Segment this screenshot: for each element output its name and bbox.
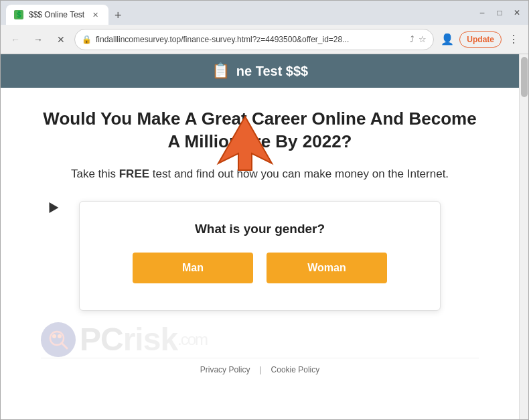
maximize-button[interactable]: □ <box>494 7 506 19</box>
minimize-button[interactable]: – <box>476 7 488 19</box>
site-icon: 📋 <box>212 62 230 80</box>
svg-line-2 <box>62 343 67 348</box>
gender-buttons: Man Woman <box>106 253 413 283</box>
site-title: ne Test $$$ <box>236 64 308 79</box>
svg-point-3 <box>52 334 56 338</box>
update-button[interactable]: Update <box>459 31 502 48</box>
site-header: 📋 ne Test $$$ <box>1 54 519 88</box>
close-window-button[interactable]: ✕ <box>511 7 523 19</box>
tab-close-button[interactable]: ✕ <box>90 9 100 20</box>
page-content: 📋 ne Test $$$ Would You Make A Great Car… <box>1 54 519 419</box>
toolbar: ← → ✕ 🔒 findalllincomesurvey.top/finance… <box>1 25 528 54</box>
free-text: FREE <box>119 167 149 180</box>
survey-card: What is your gender? Man Woman <box>79 201 441 311</box>
address-text: findalllincomesurvey.top/finance-survey.… <box>96 35 406 44</box>
site-footer: Privacy Policy | Cookie Policy <box>41 358 479 381</box>
pcrisk-logo: PC risk .com <box>41 321 207 358</box>
menu-button[interactable]: ⋮ <box>504 30 523 49</box>
orange-arrow-icon <box>215 113 275 173</box>
svg-point-4 <box>58 334 62 338</box>
back-button[interactable]: ← <box>6 30 25 49</box>
man-button[interactable]: Man <box>133 253 253 283</box>
footer-divider: | <box>259 365 261 374</box>
user-icon[interactable]: 👤 <box>438 30 457 49</box>
pcrisk-icon <box>41 322 76 357</box>
lock-icon: 🔒 <box>82 35 92 44</box>
tab-strip: 💲 $$$ Online Test ✕ + <box>6 1 473 25</box>
toolbar-actions: 👤 Update ⋮ <box>438 30 523 49</box>
watermark: PC risk .com <box>41 311 479 358</box>
scrollbar[interactable] <box>519 54 528 419</box>
cookie-policy-link[interactable]: Cookie Policy <box>271 365 320 374</box>
arrow-overlay <box>215 113 275 176</box>
content-area: 📋 ne Test $$$ Would You Make A Great Car… <box>1 54 528 419</box>
mouse-cursor <box>45 200 59 213</box>
browser-window: 💲 $$$ Online Test ✕ + – □ ✕ ← → ✕ 🔒 find… <box>0 0 529 420</box>
window-controls: – □ ✕ <box>476 7 523 19</box>
survey-question: What is your gender? <box>106 222 413 236</box>
reload-button[interactable]: ✕ <box>52 30 70 49</box>
privacy-policy-link[interactable]: Privacy Policy <box>200 365 250 374</box>
tab-favicon: 💲 <box>14 10 23 19</box>
tab-title: $$$ Online Test <box>29 10 84 19</box>
svg-marker-0 <box>218 117 272 170</box>
woman-button[interactable]: Woman <box>267 253 387 283</box>
share-icon: ⤴ <box>410 34 414 44</box>
title-bar: 💲 $$$ Online Test ✕ + – □ ✕ <box>1 1 528 25</box>
footer-links: Privacy Policy | Cookie Policy <box>54 365 465 374</box>
scrollbar-thumb[interactable] <box>521 57 528 97</box>
active-tab[interactable]: 💲 $$$ Online Test ✕ <box>6 5 108 25</box>
new-tab-button[interactable]: + <box>108 6 127 25</box>
forward-button[interactable]: → <box>29 30 48 49</box>
bookmark-icon[interactable]: ☆ <box>419 34 427 44</box>
address-bar[interactable]: 🔒 findalllincomesurvey.top/finance-surve… <box>74 29 434 50</box>
